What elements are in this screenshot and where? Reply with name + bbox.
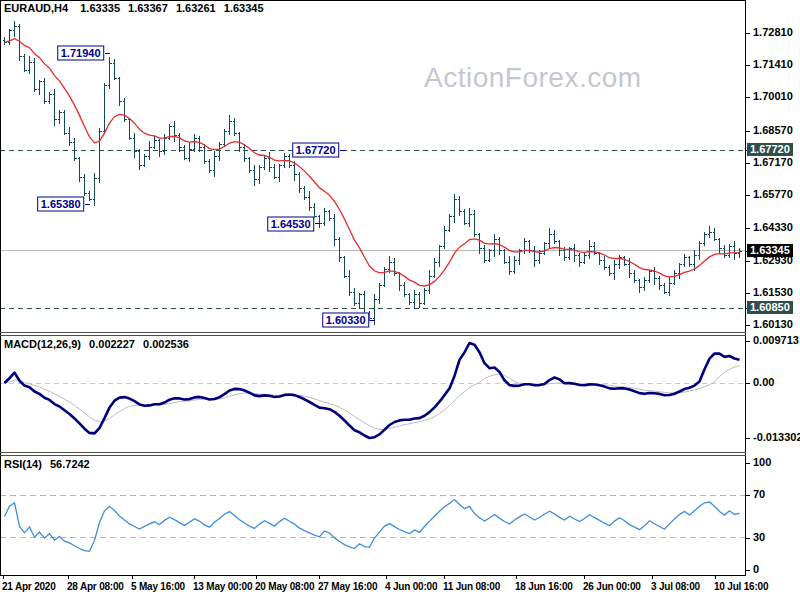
price-axis-label: 1.61530 [753,286,793,299]
rsi-indicator-label: RSI(14) 56.7242 [4,458,95,471]
date-label: 3 Jul 08:00 [651,580,700,593]
annotation-connector [315,223,320,224]
ohlc-low: 1.63261 [176,2,216,14]
macd-value-signal: 0.002536 [143,338,189,350]
date-label: 26 Jun 00:00 [583,580,641,593]
date-label: 13 May 00:00 [193,580,252,593]
price-annotation[interactable]: 1.60330 [322,313,370,328]
date-label: 27 May 16:00 [318,580,377,593]
macd-axis-label: 0.00 [753,376,774,389]
date-label: 21 Apr 2020 [2,580,56,593]
chart-plot-area[interactable] [0,0,800,600]
price-annotation[interactable]: 1.71940 [57,46,105,61]
price-axis-label: 1.65770 [753,188,793,201]
price-axis-label: 1.68570 [753,124,793,137]
ohlc-high: 1.63367 [128,2,168,14]
ohlc-close: 1.63345 [224,2,264,14]
macd-name: MACD(12,26,9) [4,338,81,350]
date-label: 4 Jun 00:00 [385,580,437,593]
annotation-connector [370,320,375,321]
annotation-connector [105,53,110,54]
rsi-axis-label: 100 [753,456,771,469]
date-label: 11 Jun 08:00 [443,580,500,593]
price-annotation[interactable]: 1.64530 [267,216,315,231]
ohlc-open: 1.63335 [80,2,120,14]
price-axis-label: 1.72810 [753,26,793,39]
macd-signal-line [5,366,740,430]
macd-main-line [5,343,740,438]
date-label: 10 Jul 16:00 [714,580,768,593]
price-axis-label: 1.60130 [753,318,793,331]
rsi-name: RSI(14) [4,458,42,470]
rsi-axis-label: 30 [753,531,765,544]
price-annotation[interactable]: 1.67720 [292,143,340,158]
chart-window: EURAUD,H4 1.63335 1.63367 1.63261 1.6334… [0,0,800,600]
price-axis-label: 1.70010 [753,90,793,103]
date-label: 18 Jun 16:00 [515,580,573,593]
rsi-axis-label: 70 [753,488,765,501]
date-label: 28 Apr 08:00 [67,580,124,593]
macd-value-main: 0.002227 [89,338,135,350]
price-axis-label: 1.62930 [753,254,793,267]
symbol-period-label: EURAUD,H4 [4,2,68,14]
price-annotation[interactable]: 1.65380 [37,197,85,212]
annotation-connector [340,150,345,151]
macd-axis-label: -0.013302 [753,431,800,444]
price-axis-label: 1.71410 [753,58,793,71]
price-axis-label: 1.64330 [753,221,793,234]
date-label: 5 May 16:00 [131,580,185,593]
level-price-axis-label: 1.67720 [747,143,793,156]
macd-axis-label: 0.009713 [753,334,799,347]
macd-indicator-label: MACD(12,26,9) 0.002227 0.002536 [4,338,194,351]
rsi-axis-label: 0 [753,563,759,576]
rsi-value: 56.7242 [50,458,90,470]
watermark: ActionForex.com [424,62,642,94]
date-label: 20 May 08:00 [255,580,314,593]
price-axis-label: 1.67170 [753,156,793,169]
annotation-connector [85,204,90,205]
chart-header: EURAUD,H4 1.63335 1.63367 1.63261 1.6334… [4,2,269,15]
level-price-axis-label: 1.60850 [747,301,793,314]
rsi-line [5,500,740,552]
